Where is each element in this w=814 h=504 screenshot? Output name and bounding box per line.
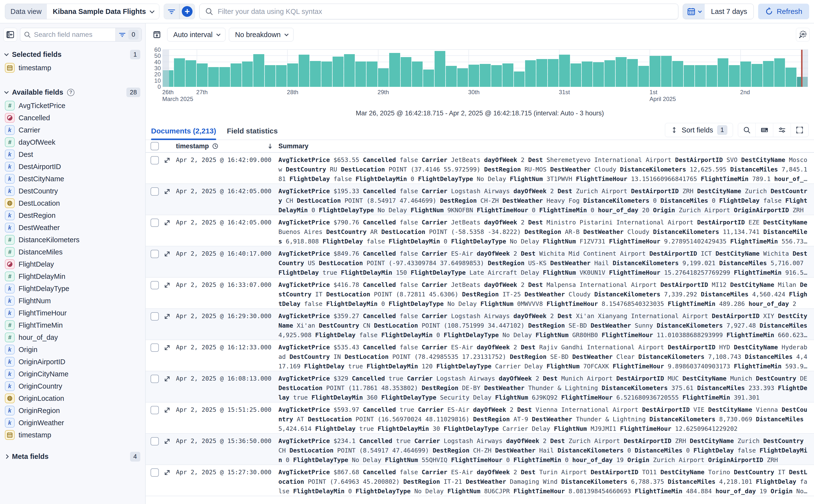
field-item-FlightTimeMin[interactable]: #FlightTimeMin (3, 319, 142, 331)
histogram-bar[interactable] (253, 54, 264, 87)
row-checkbox[interactable] (151, 437, 159, 445)
histogram-bar[interactable] (729, 65, 740, 87)
expand-row-button[interactable] (163, 313, 172, 320)
histogram-bar[interactable] (627, 59, 638, 87)
histogram-bar[interactable] (423, 70, 434, 87)
histogram-bars[interactable] (163, 50, 808, 87)
field-search-input[interactable]: Search field names (20, 31, 115, 39)
histogram-bar[interactable] (321, 61, 332, 87)
histogram-bar[interactable] (412, 61, 423, 87)
histogram-bar[interactable] (174, 58, 185, 87)
histogram-bar[interactable] (638, 66, 649, 87)
histogram-bar[interactable] (242, 61, 253, 87)
expand-row-button[interactable] (163, 438, 172, 445)
timestamp-column-header[interactable]: timestamp (176, 142, 209, 150)
histogram-bar[interactable] (435, 51, 445, 87)
time-range-value[interactable]: Last 7 days (705, 4, 753, 19)
tab-documents[interactable]: Documents (2,213) (151, 127, 216, 140)
histogram-bar[interactable] (774, 58, 785, 87)
expand-row-button[interactable] (163, 344, 172, 351)
display-options-button[interactable] (773, 123, 791, 137)
histogram-bar[interactable] (208, 67, 219, 87)
available-fields-header[interactable]: Available fields ? 28 (5, 88, 140, 97)
histogram-bar[interactable] (616, 57, 626, 87)
expand-row-button[interactable] (163, 188, 172, 195)
expand-row-button[interactable] (163, 219, 172, 226)
fullscreen-button[interactable] (791, 123, 808, 137)
field-item-DistanceMiles[interactable]: #DistanceMiles (3, 246, 142, 258)
histogram-bar[interactable] (276, 65, 287, 87)
histogram-bar[interactable] (197, 63, 207, 87)
histogram-bar[interactable] (287, 63, 298, 87)
field-filter-button[interactable]: 0 (115, 28, 142, 41)
histogram-bar[interactable] (185, 60, 196, 87)
edit-visualization-button[interactable] (796, 28, 810, 41)
field-item-OriginAirportID[interactable]: kOriginAirportID (3, 356, 142, 368)
field-item-DestWeather[interactable]: kDestWeather (3, 222, 142, 234)
field-item-dayOfWeek[interactable]: #dayOfWeek (3, 136, 142, 148)
histogram-bar[interactable] (740, 61, 751, 87)
histogram-bar[interactable] (536, 59, 547, 87)
row-checkbox[interactable] (151, 375, 159, 383)
expand-row-button[interactable] (163, 282, 172, 289)
expand-row-button[interactable] (163, 157, 172, 164)
histogram-bar[interactable] (604, 60, 615, 87)
select-all-checkbox[interactable] (151, 142, 159, 150)
histogram-bar[interactable] (389, 53, 400, 87)
histogram-bar[interactable] (684, 65, 694, 87)
sort-fields-button[interactable]: Sort fields 1 (665, 123, 733, 137)
histogram-bar[interactable] (344, 54, 355, 87)
field-item-OriginRegion[interactable]: kOriginRegion (3, 404, 142, 417)
meta-fields-header[interactable]: Meta fields 4 (5, 452, 140, 461)
histogram-bar[interactable] (231, 63, 241, 87)
histogram-bar[interactable] (219, 67, 230, 87)
field-item-timestamp[interactable]: timestamp (3, 62, 142, 74)
row-checkbox[interactable] (151, 250, 159, 258)
help-icon[interactable]: ? (67, 89, 74, 96)
histogram-bar[interactable] (378, 68, 389, 87)
field-item-Dest[interactable]: kDest (3, 148, 142, 161)
field-item-Origin[interactable]: kOrigin (3, 343, 142, 356)
data-view-picker[interactable]: Data view Kibana Sample Data Flights (5, 4, 159, 19)
expand-row-button[interactable] (163, 406, 172, 414)
histogram-bar[interactable] (366, 61, 377, 87)
histogram-bar[interactable] (491, 65, 502, 87)
histogram-bar[interactable] (514, 71, 525, 87)
field-item-timestamp[interactable]: timestamp (3, 429, 142, 441)
field-item-Cancelled[interactable]: Cancelled (3, 112, 142, 124)
histogram-bar[interactable] (706, 65, 717, 87)
search-in-table-button[interactable] (738, 123, 756, 137)
field-item-OriginCountry[interactable]: kOriginCountry (3, 380, 142, 392)
histogram-bar[interactable] (570, 63, 581, 87)
selected-fields-header[interactable]: Selected fields 1 (5, 50, 140, 59)
interval-select[interactable]: Auto interval (167, 28, 225, 41)
hide-chart-button[interactable] (150, 28, 164, 41)
refresh-button[interactable]: Refresh (758, 4, 809, 19)
summary-column-header[interactable]: Summary (278, 142, 308, 150)
field-item-OriginLocation[interactable]: OriginLocation (3, 392, 142, 404)
row-checkbox[interactable] (151, 343, 159, 352)
field-item-FlightDelayMin[interactable]: #FlightDelayMin (3, 270, 142, 282)
row-checkbox[interactable] (151, 406, 159, 414)
row-checkbox[interactable] (151, 219, 159, 227)
sort-descending-icon[interactable] (267, 143, 274, 150)
expand-row-button[interactable] (163, 375, 172, 383)
row-checkbox[interactable] (151, 187, 159, 196)
field-item-DistanceKilometers[interactable]: #DistanceKilometers (3, 234, 142, 246)
field-item-FlightDelay[interactable]: FlightDelay (3, 258, 142, 270)
histogram-bar[interactable] (299, 55, 309, 87)
histogram-bar[interactable] (480, 64, 490, 87)
field-item-DestCountry[interactable]: kDestCountry (3, 185, 142, 197)
histogram-bar[interactable] (525, 60, 536, 87)
field-item-Carrier[interactable]: kCarrier (3, 124, 142, 136)
histogram-bar[interactable] (457, 68, 468, 87)
row-checkbox[interactable] (151, 468, 159, 477)
histogram-bar[interactable] (310, 61, 321, 87)
histogram-bar[interactable] (265, 65, 275, 87)
quick-select-button[interactable] (683, 4, 705, 19)
field-item-FlightDelayType[interactable]: kFlightDelayType (3, 282, 142, 295)
histogram-bar[interactable] (559, 55, 570, 87)
tab-field-statistics[interactable]: Field statistics (227, 127, 278, 140)
histogram-bar[interactable] (695, 65, 706, 87)
field-item-AvgTicketPrice[interactable]: #AvgTicketPrice (3, 100, 142, 112)
